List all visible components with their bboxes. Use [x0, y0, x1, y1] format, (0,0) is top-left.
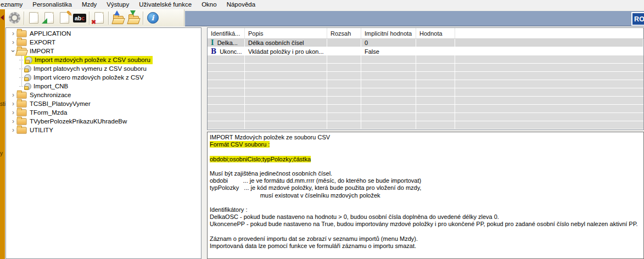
settings-gear-icon[interactable] — [7, 10, 22, 25]
tree-item-label: EXPORT — [30, 39, 55, 46]
side-panel-strip[interactable]: sti y — [0, 9, 5, 259]
cell-popis[interactable]: Délka osobních čísel — [245, 39, 327, 47]
tree-item-import[interactable]: IMPORT — [6, 47, 201, 55]
menu-personalistika[interactable]: Personalistika — [27, 1, 77, 9]
doc-line — [210, 199, 642, 206]
edit-document-icon[interactable]: ✎ — [57, 10, 72, 25]
tree-item-synchronizace[interactable]: Synchronizace — [6, 91, 201, 99]
doc-line — [210, 228, 642, 235]
menu-napoveda[interactable]: Nápověda — [222, 1, 260, 9]
doc-line: obdobi ... je ve formátu dd.mm.rrrr (měs… — [210, 177, 642, 184]
cell-identifikator[interactable]: IDelka... — [208, 39, 245, 47]
tree-item-import-cnb[interactable]: Import_CNB — [6, 82, 201, 91]
tree-item-export[interactable]: EXPORT — [6, 38, 201, 47]
cell-filler — [455, 39, 643, 47]
folder-icon — [16, 39, 26, 46]
type-boolean-icon: B — [211, 48, 216, 55]
cell-hodnota[interactable] — [416, 47, 455, 55]
tree-item-application[interactable]: APPLICATION — [6, 29, 201, 38]
tree-item-label: IMPORT — [30, 48, 54, 54]
new-document-icon[interactable] — [26, 10, 41, 25]
green-down-arrow-icon — [130, 10, 136, 15]
menu-uzivatelske-funkce[interactable]: Uživatelské funkce — [134, 1, 197, 9]
tree-item-tvyberpolozek[interactable]: TVyberPolozekPrikazuKUhradeBw — [6, 117, 201, 126]
folder-export-icon[interactable] — [110, 10, 126, 25]
doc-line: musí existovat v číselníku mzdových polo… — [210, 192, 642, 199]
doc-line-highlighted: obdobi;osobniCislo;typPolozky;částka — [210, 156, 642, 163]
folder-icon — [16, 30, 26, 37]
cell-implicitni-hodnota[interactable]: 0 — [361, 39, 416, 47]
doc-line-highlighted: Formát CSV souboru : — [210, 141, 642, 148]
column-header-popis[interactable]: Popis — [245, 28, 327, 38]
tree-item-label: Import platovych vymeru z CSV souboru — [33, 65, 147, 72]
doc-line: Záznam o provedení importu dat se zobraz… — [210, 235, 642, 243]
grid-row-ukonc[interactable]: BUkonc... Vkládat položky i pro ukon... … — [208, 47, 643, 55]
doc-line: IMPORT Mzdových položek ze souboru CSV — [210, 134, 642, 141]
cell-popis[interactable]: Vkládat položky i pro ukon... — [245, 47, 327, 55]
toolbar-separator — [143, 12, 143, 25]
folder-import-icon[interactable] — [126, 10, 141, 25]
info-icon[interactable] — [145, 10, 160, 25]
chevron-right-icon[interactable] — [10, 118, 16, 125]
menu-seznamy[interactable]: eznamy — [0, 1, 27, 9]
doc-line: typPolozky ... je kód mzdové položky, kt… — [210, 184, 642, 192]
import-document-icon[interactable] — [41, 10, 57, 25]
cell-rozsah[interactable] — [327, 39, 361, 47]
folder-icon — [16, 100, 26, 107]
doc-line: Musí být zajištěna jedinečnost osobních … — [210, 170, 642, 177]
tree-item-import-mzdovych-polozek[interactable]: Import mzdových položek z CSV souboru — [6, 55, 201, 64]
tree-item-label: APPLICATION — [30, 30, 71, 37]
tree-item-utility[interactable]: UTILITY — [6, 126, 201, 134]
open-folder-icon — [16, 48, 26, 54]
rename-abc-icon[interactable]: abc — [72, 10, 87, 25]
column-header-hodnota[interactable]: Hodnota — [416, 28, 455, 38]
tree-item-label: TCSBI_PlatovyVymer — [30, 100, 91, 107]
menu-vystupy[interactable]: Výstupy — [102, 1, 134, 9]
folder-icon — [16, 92, 26, 98]
column-header-rozsah[interactable]: Rozsah — [327, 28, 361, 38]
menu-mzdy[interactable]: Mzdy — [77, 1, 102, 9]
strip-label-fragment: sti — [0, 102, 5, 107]
grid-row-delka[interactable]: IDelka... Délka osobních čísel 0 — [208, 39, 643, 47]
tree-item-label: Synchronizace — [30, 92, 71, 98]
selected-highlight: Import mzdových položek z CSV souboru — [24, 56, 153, 64]
folder-icon — [16, 127, 26, 133]
cell-rozsah[interactable] — [327, 47, 361, 55]
red-x-icon: ✖ — [91, 19, 96, 25]
toolbar-separator — [108, 12, 109, 25]
chevron-right-icon[interactable] — [10, 109, 16, 116]
green-arrow-icon — [42, 18, 47, 24]
column-header-identifikator[interactable]: Identifiká... — [208, 28, 245, 38]
tree-item-label: Import_CNB — [33, 83, 68, 89]
chevron-right-icon[interactable] — [10, 100, 16, 107]
tree-item-label: UTILITY — [30, 127, 53, 133]
cell-implicitni-hodnota[interactable]: False — [361, 47, 416, 55]
tree-item-label: TForm_Mzda — [30, 109, 67, 116]
tree-item-import-platovych-vymeru[interactable]: Import platovych vymeru z CSV souboru — [6, 64, 201, 73]
collapse-panel-icon[interactable] — [1, 15, 4, 20]
cell-filler — [455, 47, 643, 55]
parameter-grid-panel: Identifiká... Popis Rozsah Implicitní ho… — [207, 27, 644, 130]
strip-label-fragment: y — [0, 151, 3, 156]
grid-empty-area — [208, 55, 643, 130]
application-window: eznamy Personalistika Mzdy Výstupy Uživa… — [0, 0, 644, 259]
chevron-right-icon[interactable] — [10, 92, 16, 98]
cell-identifikator[interactable]: BUkonc... — [208, 47, 245, 55]
chevron-right-icon[interactable] — [10, 39, 16, 46]
column-header-implicitni-hodnota[interactable]: Implicitní hodnota — [361, 28, 416, 38]
chevron-right-icon[interactable] — [10, 30, 16, 37]
menu-bar: eznamy Personalistika Mzdy Výstupy Uživa… — [0, 0, 644, 9]
doc-line: Importovaná data lze pomocí funkce ve fo… — [210, 243, 642, 250]
function-icon — [24, 74, 31, 81]
doc-line — [210, 148, 642, 155]
tree-item-tcsbi-platovyvymer[interactable]: TCSBI_PlatovyVymer — [6, 99, 201, 108]
delete-document-icon[interactable]: ✖ — [91, 10, 107, 25]
function-icon — [24, 65, 31, 72]
type-integer-icon: I — [211, 39, 214, 47]
menu-okno[interactable]: Okno — [197, 1, 222, 9]
doc-line: Identifikátory : — [210, 206, 642, 213]
tree-item-import-vicero[interactable]: Import vícero mzdových položek z CSV — [6, 73, 201, 82]
chevron-right-icon[interactable] — [10, 127, 16, 133]
tree-item-tform-mzda[interactable]: TForm_Mzda — [6, 108, 201, 117]
cell-hodnota[interactable] — [416, 39, 455, 47]
